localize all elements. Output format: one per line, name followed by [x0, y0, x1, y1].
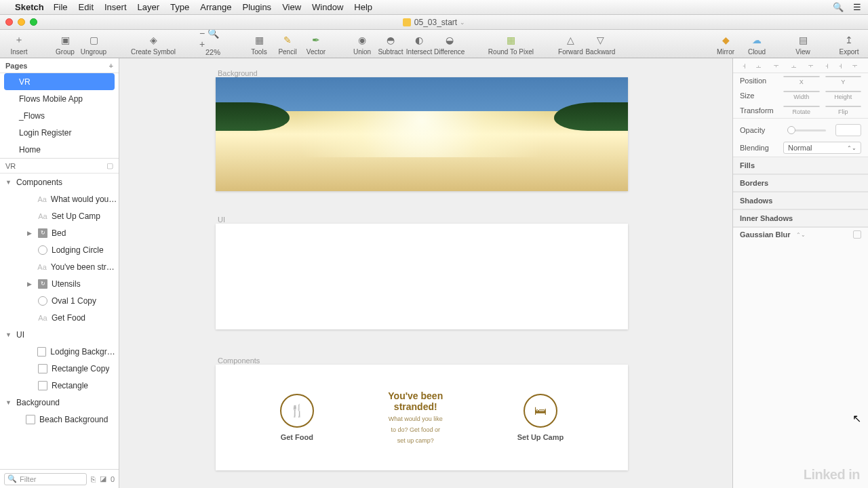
- width-input[interactable]: [783, 91, 820, 92]
- search-icon[interactable]: 🔍: [833, 2, 844, 12]
- artboard-label-components[interactable]: Components: [218, 357, 260, 365]
- layer-item[interactable]: ▶↻Utensils: [0, 275, 119, 292]
- forward-button[interactable]: △Forward: [557, 30, 584, 58]
- menu-help[interactable]: Help: [354, 2, 372, 12]
- layer-item[interactable]: Lodging Backgrou…: [0, 343, 119, 360]
- pages-header: Pages +: [0, 58, 119, 73]
- view-icon: ▤: [795, 33, 810, 47]
- layer-item[interactable]: AaGet Food: [0, 309, 119, 326]
- round-to-pixel-button[interactable]: ▦Round To Pixel: [484, 30, 538, 58]
- create-symbol-button[interactable]: ◈Create Symbol: [126, 30, 180, 58]
- search-icon: 🔍: [7, 474, 17, 483]
- subtract-button[interactable]: ◓Subtract: [377, 30, 404, 58]
- minimize-button[interactable]: [18, 18, 25, 26]
- intersect-button[interactable]: ◐Intersect: [406, 30, 433, 58]
- layer-item[interactable]: ▼Background: [0, 394, 119, 411]
- layer-item[interactable]: ▶↻Bed: [0, 224, 119, 241]
- insert-button[interactable]: ＋Insert: [5, 30, 33, 58]
- add-page-button[interactable]: +: [109, 62, 113, 70]
- x-input[interactable]: [783, 76, 820, 77]
- page-item-flows[interactable]: _Flows: [4, 107, 115, 124]
- ungroup-button[interactable]: ▢Ungroup: [80, 30, 107, 58]
- layer-item[interactable]: Lodging Circle: [0, 241, 119, 258]
- align-right-icon[interactable]: ⫟: [772, 61, 781, 70]
- align-left-icon[interactable]: ⫞: [742, 61, 746, 70]
- chevron-down-icon[interactable]: ⌄: [460, 19, 465, 26]
- align-controls: ⫞ ⫠ ⫟ ⫠ ⫟ ⫞ ⫞ ⫟: [733, 58, 868, 73]
- list-icon[interactable]: ☰: [853, 2, 861, 12]
- artboard-ui[interactable]: [216, 224, 628, 329]
- export-button[interactable]: ↥Export: [835, 30, 863, 58]
- align-center-icon[interactable]: ⫠: [755, 61, 763, 70]
- borders-section[interactable]: Borders: [733, 174, 868, 192]
- menu-file[interactable]: File: [54, 2, 68, 12]
- mirror-button[interactable]: ◆Mirror: [712, 30, 739, 58]
- align-top-icon[interactable]: ⫠: [790, 61, 798, 70]
- distribute-v-icon[interactable]: ⫟: [851, 61, 859, 70]
- menu-type[interactable]: Type: [170, 2, 189, 12]
- distribute-h-icon[interactable]: ⫞: [838, 61, 842, 70]
- layer-item[interactable]: ▼Components: [0, 174, 119, 190]
- filter-input[interactable]: 🔍 Filter: [4, 473, 87, 485]
- opacity-input[interactable]: [835, 124, 861, 136]
- cloud-button[interactable]: ☁Cloud: [743, 30, 770, 58]
- zoom-control[interactable]: − 🔍 +22%: [199, 30, 226, 58]
- page-item-login[interactable]: Login Register: [4, 124, 115, 141]
- artboard-label-ui[interactable]: UI: [218, 216, 225, 224]
- layer-item[interactable]: ▼UI: [0, 326, 119, 343]
- blending-select[interactable]: Normal⌃⌄: [783, 142, 861, 154]
- group-button[interactable]: ▣Group: [52, 30, 79, 58]
- menu-window[interactable]: Window: [312, 2, 343, 12]
- app-name[interactable]: Sketch: [15, 2, 44, 12]
- layer-item[interactable]: AaSet Up Camp: [0, 207, 119, 224]
- align-middle-icon[interactable]: ⫟: [807, 61, 815, 70]
- blur-checkbox[interactable]: [853, 230, 861, 239]
- maximize-button[interactable]: [30, 18, 37, 26]
- menu-view[interactable]: View: [282, 2, 301, 12]
- menu-plugins[interactable]: Plugins: [242, 2, 271, 12]
- page-item-vr[interactable]: VR: [4, 73, 115, 90]
- artboard-label-background[interactable]: Background: [218, 69, 258, 77]
- menu-insert[interactable]: Insert: [104, 2, 127, 12]
- artboard-background[interactable]: [216, 77, 628, 191]
- opacity-slider[interactable]: [787, 129, 826, 131]
- shadows-section[interactable]: Shadows: [733, 192, 868, 209]
- y-input[interactable]: [825, 76, 862, 77]
- tools-button[interactable]: ▦Tools: [245, 30, 273, 58]
- flip-input[interactable]: [825, 106, 862, 107]
- layer-item[interactable]: Rectangle: [0, 377, 119, 394]
- layer-item[interactable]: Oval 1 Copy: [0, 292, 119, 309]
- position-label: Position: [740, 77, 778, 85]
- page-item-flows-mobile[interactable]: Flows Mobile App: [4, 90, 115, 107]
- menu-edit[interactable]: Edit: [79, 2, 94, 12]
- height-input[interactable]: [825, 91, 862, 92]
- difference-button[interactable]: ◒Difference: [434, 30, 465, 58]
- inner-shadows-section[interactable]: Inner Shadows: [733, 209, 868, 227]
- fills-section[interactable]: Fills: [733, 157, 868, 174]
- backward-button[interactable]: ▽Backward: [585, 30, 615, 58]
- layer-item[interactable]: Beach Background: [0, 411, 119, 428]
- duplicate-icon[interactable]: ⎘: [91, 475, 96, 483]
- canvas[interactable]: Background UI Components 🍴 Get Food You'…: [119, 58, 732, 488]
- cursor-icon: ↖: [852, 412, 861, 425]
- artboard-components[interactable]: 🍴 Get Food You've been stranded! What wo…: [216, 365, 628, 470]
- pencil-button[interactable]: ✎Pencil: [274, 30, 301, 58]
- rotate-input[interactable]: [783, 106, 820, 107]
- layer-item[interactable]: AaYou've been stran…: [0, 258, 119, 275]
- layer-item[interactable]: Rectangle Copy: [0, 360, 119, 377]
- set-up-camp-component[interactable]: 🛏 Set Up Camp: [517, 394, 564, 441]
- close-button[interactable]: [5, 18, 13, 26]
- document-icon: [403, 18, 411, 26]
- layer-item[interactable]: AaWhat would you like: [0, 190, 119, 207]
- union-button[interactable]: ◉Union: [349, 30, 376, 58]
- vector-button[interactable]: ✒Vector: [302, 30, 330, 58]
- page-item-home[interactable]: Home: [4, 141, 115, 158]
- view-button[interactable]: ▤View: [789, 30, 816, 58]
- align-bottom-icon[interactable]: ⫞: [825, 61, 829, 70]
- get-food-component[interactable]: 🍴 Get Food: [280, 394, 314, 441]
- tag-icon[interactable]: ◪: [100, 474, 106, 483]
- artboard-icon[interactable]: ▢: [106, 161, 113, 170]
- menu-layer[interactable]: Layer: [138, 2, 160, 12]
- menu-arrange[interactable]: Arrange: [200, 2, 231, 12]
- chevron-icon[interactable]: ⌃⌄: [796, 232, 806, 238]
